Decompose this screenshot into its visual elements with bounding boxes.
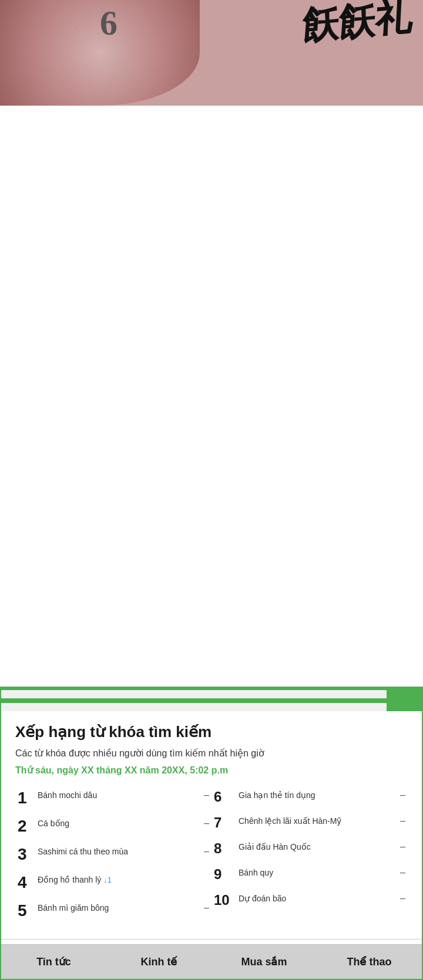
rank-text-3: Sashimi cá thu theo mùa <box>38 846 198 857</box>
clock-number: 6 <box>100 3 118 43</box>
rank-text-1: Bánh mochi dâu <box>38 790 198 800</box>
list-item: 8 Giải đấu Hàn Quốc – <box>212 838 408 859</box>
rank-text-7: Chênh lệch lãi xuất Hàn-Mỹ <box>239 816 394 826</box>
list-item: 7 Chênh lệch lãi xuất Hàn-Mỹ – <box>212 812 408 833</box>
rank-number-10: 10 <box>214 893 235 907</box>
white-space-area <box>0 106 423 528</box>
list-item: 10 Dự đoán bão – <box>212 890 408 911</box>
top-manga-panel: · · · · 6 飫飫礼 <box>0 0 423 106</box>
rank-change-1: – <box>204 790 209 800</box>
ranking-right-column: 6 Gia hạn thẻ tín dụng – 7 Chênh lệch lã… <box>212 786 408 922</box>
rank-number-7: 7 <box>214 816 235 830</box>
rank-text-6: Gia hạn thẻ tín dụng <box>239 790 394 800</box>
card-title: Xếp hạng từ khóa tìm kiếm <box>15 723 408 741</box>
rank-change-2: – <box>204 818 209 829</box>
divider <box>1 939 422 940</box>
rank-text-5: Bánh mì giăm bông <box>38 903 198 913</box>
rank-change-5: – <box>204 903 209 913</box>
rank-change-9: – <box>400 867 405 878</box>
rank-number-8: 8 <box>214 842 235 856</box>
card-body: Xếp hạng từ khóa tìm kiếm Các từ khóa đư… <box>1 711 422 934</box>
nav-item-mua-sam[interactable]: Mua sắm <box>212 945 317 979</box>
rank-number-9: 9 <box>214 867 235 881</box>
rank-change-3: – <box>204 846 209 857</box>
nav-item-tin-tuc[interactable]: Tin tức <box>1 945 106 979</box>
list-item: 6 Gia hạn thẻ tín dụng – <box>212 786 408 807</box>
rank-text-4: Đồng hồ thanh lý ↓1 <box>38 874 209 886</box>
green-square-accent <box>387 690 422 711</box>
rank-text-2: Cá bống <box>38 818 198 829</box>
rank-number-6: 6 <box>214 790 235 804</box>
nav-item-the-thao[interactable]: Thể thao <box>317 945 422 979</box>
ranking-list: 1 Bánh mochi dâu – 2 Cá bống – 3 Sashimi… <box>15 786 408 922</box>
rank-text-9: Bánh quy <box>239 867 394 878</box>
ranking-card: Xếp hạng từ khóa tìm kiếm Các từ khóa đư… <box>0 687 423 980</box>
rank-number-3: 3 <box>18 846 34 863</box>
handwritten-text: 飫飫礼 <box>301 0 412 43</box>
bottom-navigation: Tin tức Kinh tế Mua sắm Thể thao <box>1 944 422 979</box>
list-item: 2 Cá bống – <box>15 815 212 838</box>
green-progress-bar <box>1 698 387 703</box>
list-item: 3 Sashimi cá thu theo mùa – <box>15 843 212 866</box>
ranking-left-column: 1 Bánh mochi dâu – 2 Cá bống – 3 Sashimi… <box>15 786 212 922</box>
rank-text-10: Dự đoán bão <box>239 893 394 904</box>
rank-change-4-arrow: ↓1 <box>103 876 112 884</box>
list-item: 9 Bánh quy – <box>212 864 408 885</box>
card-header-bar <box>1 690 422 711</box>
rank-change-8: – <box>400 842 405 852</box>
rank-change-6: – <box>400 790 405 800</box>
card-date: Thứ sáu, ngày XX tháng XX năm 20XX, 5:02… <box>15 765 408 776</box>
list-item: 5 Bánh mì giăm bông – <box>15 899 212 922</box>
list-item: 1 Bánh mochi dâu – <box>15 786 212 810</box>
clock-dots: · · · · <box>35 23 82 32</box>
card-subtitle: Các từ khóa được nhiều người dùng tìm ki… <box>15 747 408 760</box>
rank-number-5: 5 <box>18 903 34 919</box>
rank-number-1: 1 <box>18 790 34 806</box>
nav-item-kinh-te[interactable]: Kinh tế <box>106 945 212 979</box>
rank-text-8: Giải đấu Hàn Quốc <box>239 842 394 852</box>
rank-change-7: – <box>400 816 405 826</box>
rank-change-10: – <box>400 893 405 904</box>
rank-number-4: 4 <box>18 874 34 891</box>
rank-number-2: 2 <box>18 818 34 834</box>
list-item: 4 Đồng hồ thanh lý ↓1 <box>15 871 212 894</box>
